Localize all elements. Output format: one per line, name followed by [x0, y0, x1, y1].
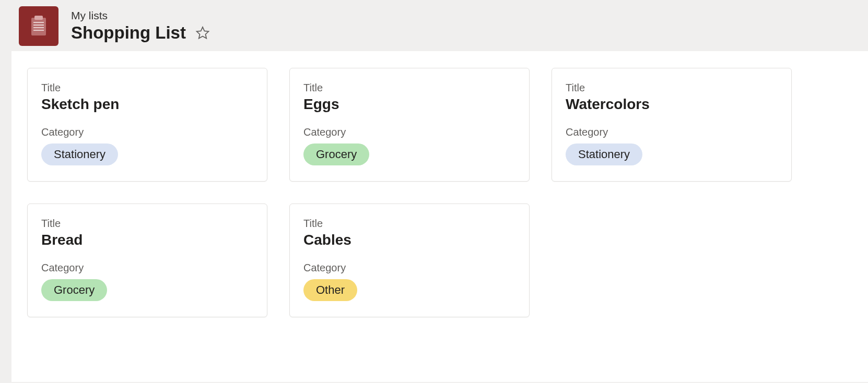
list-item-card[interactable]: TitleCablesCategoryOther	[289, 204, 530, 317]
item-title: Bread	[41, 232, 253, 248]
field-label-category: Category	[303, 262, 515, 274]
favorite-star-button[interactable]	[194, 25, 211, 41]
svg-rect-0	[31, 18, 46, 35]
breadcrumb-wrap: My lists Shopping List	[71, 9, 211, 43]
page-title: Shopping List	[71, 23, 186, 43]
page-header: My lists Shopping List	[0, 0, 868, 51]
list-item-card[interactable]: TitleEggsCategoryGrocery	[289, 68, 530, 182]
category-pill: Grocery	[303, 143, 369, 165]
field-label-title: Title	[303, 218, 515, 230]
card-grid: TitleSketch penCategoryStationeryTitleEg…	[27, 68, 852, 317]
category-pill: Other	[303, 279, 357, 301]
field-label-title: Title	[41, 82, 253, 94]
svg-rect-2	[33, 22, 44, 23]
title-row: Shopping List	[71, 23, 211, 43]
svg-rect-4	[33, 27, 44, 28]
category-pill: Grocery	[41, 279, 107, 301]
content-area: TitleSketch penCategoryStationeryTitleEg…	[11, 51, 868, 382]
list-item-card[interactable]: TitleSketch penCategoryStationery	[27, 68, 267, 182]
star-icon	[195, 26, 210, 40]
field-label-category: Category	[41, 262, 253, 274]
list-app-icon	[19, 6, 58, 46]
breadcrumb[interactable]: My lists	[71, 9, 211, 22]
field-label-title: Title	[41, 218, 253, 230]
item-title: Eggs	[303, 96, 515, 113]
svg-rect-3	[33, 25, 44, 26]
list-item-card[interactable]: TitleBreadCategoryGrocery	[27, 204, 267, 317]
field-label-category: Category	[566, 126, 778, 138]
field-label-title: Title	[566, 82, 778, 94]
item-title: Watercolors	[566, 96, 778, 113]
item-title: Cables	[303, 232, 515, 248]
field-label-category: Category	[303, 126, 515, 138]
category-pill: Stationery	[566, 143, 642, 165]
category-pill: Stationery	[41, 143, 118, 165]
item-title: Sketch pen	[41, 96, 253, 113]
field-label-title: Title	[303, 82, 515, 94]
svg-rect-5	[33, 30, 44, 31]
clipboard-icon	[26, 14, 51, 39]
field-label-category: Category	[41, 126, 253, 138]
list-item-card[interactable]: TitleWatercolorsCategoryStationery	[552, 68, 792, 182]
svg-rect-1	[34, 16, 43, 20]
